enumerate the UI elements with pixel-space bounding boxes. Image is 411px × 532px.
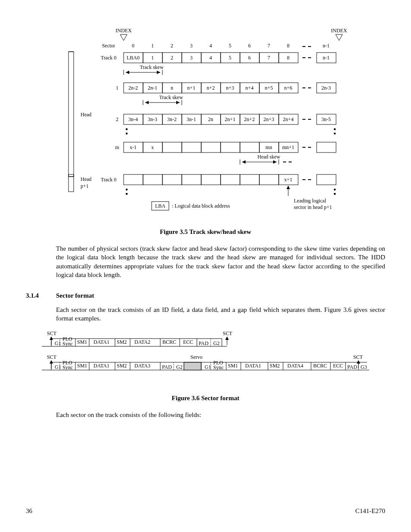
svg-text:3: 3 [190, 43, 193, 49]
svg-text:8: 8 [287, 43, 290, 49]
headp1-track0-label: Track 0 [101, 177, 117, 183]
svg-text:SCT: SCT [47, 330, 57, 336]
svg-text:x: x [151, 144, 154, 150]
trackM-label: m [115, 144, 119, 150]
svg-text:2n: 2n [208, 116, 213, 122]
svg-text:SCT: SCT [47, 354, 57, 360]
svg-text:DATA1: DATA1 [93, 363, 109, 369]
svg-text:2n-1: 2n-1 [148, 85, 157, 91]
svg-text:n+3: n+3 [226, 85, 234, 91]
svg-text:3n-2: 3n-2 [167, 116, 177, 122]
svg-marker-145 [225, 336, 229, 340]
leading-logical-1: Leading logical [294, 198, 327, 204]
figure-3-6-caption: Figure 3.6 Sector format [26, 395, 385, 402]
svg-text:SM1: SM1 [228, 363, 238, 369]
section-header: 3.1.4 Sector format [26, 292, 385, 299]
svg-rect-92 [126, 133, 128, 134]
svg-text:2n+3: 2n+3 [264, 116, 274, 122]
head-p1-label-1: Head [81, 176, 91, 182]
svg-text:G1: G1 [55, 364, 61, 370]
sector-label: Sector [102, 43, 115, 49]
svg-text:G1: G1 [205, 364, 211, 370]
svg-text:Sync: Sync [213, 364, 224, 370]
svg-rect-102 [221, 142, 240, 152]
svg-text:0: 0 [132, 43, 134, 49]
svg-text:SCT: SCT [353, 354, 363, 360]
svg-rect-121 [143, 174, 162, 185]
svg-text:mn+1: mn+1 [282, 144, 294, 150]
figure-3-5: text { font-family: "Times New Roman", s… [55, 26, 356, 220]
svg-rect-100 [182, 142, 201, 152]
svg-text:Sync: Sync [62, 364, 73, 370]
svg-rect-91 [126, 128, 128, 130]
svg-text:G3: G3 [361, 364, 367, 370]
svg-text:DATA2: DATA2 [134, 339, 150, 345]
svg-rect-99 [162, 142, 182, 152]
svg-text:G1: G1 [55, 340, 61, 346]
track0-label: Track 0 [101, 55, 117, 61]
svg-marker-113 [273, 160, 277, 164]
svg-rect-124 [201, 174, 221, 185]
svg-text:3n-5: 3n-5 [321, 116, 331, 122]
svg-text:n-1: n-1 [323, 43, 330, 49]
sector-row-2: G1 PLOSync SM1 DATA1 SM2 DATA3 PAD G2 G1… [42, 360, 369, 370]
paragraph-1: The number of physical sectors (track sk… [56, 244, 385, 279]
svg-marker-39 [157, 71, 160, 74]
svg-text:4: 4 [209, 55, 212, 61]
svg-text:3: 3 [190, 55, 193, 61]
sector-header-row: 0 1 2 3 4 5 6 7 8 n-1 [132, 43, 330, 49]
svg-rect-120 [124, 174, 143, 185]
svg-rect-136 [334, 193, 336, 195]
svg-rect-108 [317, 142, 336, 152]
paragraph-2: Each sector on the track consists of an … [56, 305, 385, 323]
svg-rect-0 [68, 52, 74, 177]
svg-text:4: 4 [209, 43, 212, 49]
svg-text:SM2: SM2 [117, 363, 127, 369]
svg-text:2n-3: 2n-3 [321, 85, 331, 91]
svg-text:PAD: PAD [162, 364, 172, 370]
leading-logical-2: sector in head p+1 [294, 204, 332, 210]
sector-row-1: G1 PLOSync SM1 DATA1 SM2 DATA2 BCRC ECC … [42, 336, 227, 347]
svg-text:DATA1: DATA1 [93, 339, 109, 345]
svg-text:SCT: SCT [223, 330, 233, 336]
track-skew-label-2: Track skew [159, 94, 183, 100]
lba-desc: : Logical data block address [172, 203, 230, 209]
lba-box-label: LBA [155, 203, 165, 209]
track-skew-label-1: Track skew [140, 64, 164, 70]
svg-text:n-1: n-1 [323, 55, 330, 61]
svg-text:2n+1: 2n+1 [225, 116, 236, 122]
svg-text:DATA4: DATA4 [287, 363, 303, 369]
svg-rect-122 [162, 174, 182, 185]
svg-text:mn: mn [265, 144, 272, 150]
doc-id: C141-E270 [355, 507, 385, 515]
svg-text:7: 7 [268, 55, 270, 61]
svg-text:6: 6 [248, 43, 251, 49]
figure-3-6: text { font-family: "Times New Roman", s… [42, 330, 369, 382]
section-number: 3.1.4 [26, 292, 56, 299]
index-marker-right [336, 34, 342, 40]
svg-text:G2: G2 [176, 364, 183, 370]
servo-label: Servo [190, 354, 202, 360]
svg-text:G2: G2 [213, 340, 220, 346]
svg-text:1: 1 [151, 55, 154, 61]
figure-3-5-caption: Figure 3.5 Track skew/head skew [26, 228, 385, 236]
svg-marker-66 [176, 101, 180, 104]
svg-text:n+4: n+4 [246, 85, 254, 91]
svg-rect-93 [334, 128, 336, 130]
svg-rect-125 [221, 174, 240, 185]
svg-text:8: 8 [287, 55, 290, 61]
svg-rect-130 [317, 174, 336, 185]
paragraph-3: Each sector on the track consists of the… [56, 411, 385, 419]
svg-text:p+1: p+1 [81, 183, 89, 189]
svg-rect-101 [201, 142, 221, 152]
section-title: Sector format [56, 292, 94, 299]
svg-marker-65 [145, 101, 149, 104]
svg-text:ECC: ECC [333, 363, 343, 369]
svg-rect-195 [184, 362, 201, 370]
svg-text:2n-2: 2n-2 [128, 85, 138, 91]
svg-text:LBA0: LBA0 [127, 55, 140, 61]
head-label: Head [81, 112, 91, 118]
index-left-label: INDEX [115, 28, 132, 34]
svg-rect-134 [126, 193, 128, 195]
svg-text:SM1: SM1 [77, 363, 87, 369]
